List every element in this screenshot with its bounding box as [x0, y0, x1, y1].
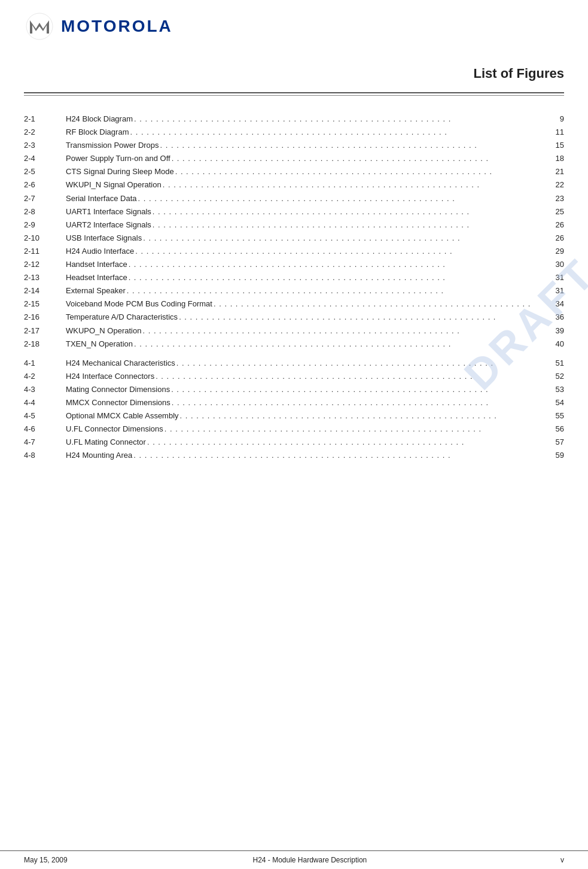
fig-title: H24 Audio Interface . . . . . . . . . . …	[66, 245, 564, 258]
toc-section: 2-1H24 Block Diagram . . . . . . . . . .…	[0, 96, 588, 462]
toc-dots: . . . . . . . . . . . . . . . . . . . . …	[134, 245, 551, 258]
fig-title: CTS Signal During Sleep Mode . . . . . .…	[66, 165, 564, 178]
toc-page: 29	[551, 245, 564, 258]
fig-num: 2-16	[24, 311, 66, 324]
fig-num: 2-5	[24, 165, 66, 178]
fig-title: RF Block Diagram . . . . . . . . . . . .…	[66, 126, 564, 139]
toc-page: 51	[551, 357, 564, 370]
fig-num: 2-14	[24, 284, 66, 297]
fig-num: 2-4	[24, 152, 66, 165]
motorola-m-icon	[24, 11, 55, 42]
fig-num: 4-6	[24, 423, 66, 436]
toc-page: 25	[551, 205, 564, 218]
fig-num: 2-3	[24, 139, 66, 152]
toc-label: Headset Interface	[66, 271, 127, 284]
fig-num: 4-5	[24, 409, 66, 423]
toc-dots: . . . . . . . . . . . . . . . . . . . . …	[151, 205, 551, 218]
motorola-wordmark: MOTOROLA	[61, 17, 173, 36]
toc-page: 26	[551, 232, 564, 245]
toc-dots: . . . . . . . . . . . . . . . . . . . . …	[127, 271, 551, 284]
fig-num: 4-8	[24, 449, 66, 462]
toc-label: Serial Interface Data	[66, 192, 137, 205]
toc-label: Power Supply Turn-on and Off	[66, 152, 170, 165]
fig-num: 2-18	[24, 338, 66, 351]
toc-page: 57	[551, 436, 564, 449]
toc-page: 15	[551, 139, 564, 152]
toc-label: UART2 Interface Signals	[66, 218, 151, 232]
fig-title: WKUPO_N Operation . . . . . . . . . . . …	[66, 324, 564, 338]
toc-label: RF Block Diagram	[66, 126, 129, 139]
toc-label: H24 Mechanical Characteristics	[66, 357, 175, 370]
toc-dots: . . . . . . . . . . . . . . . . . . . . …	[159, 139, 551, 152]
toc-page: 21	[551, 165, 564, 178]
toc-dots: . . . . . . . . . . . . . . . . . . . . …	[141, 324, 551, 338]
fig-title: WKUPI_N Signal Operation . . . . . . . .…	[66, 178, 564, 192]
toc-page: 53	[551, 383, 564, 396]
fig-title: Mating Connector Dimensions . . . . . . …	[66, 383, 564, 396]
fig-num: 4-4	[24, 396, 66, 409]
fig-title: Headset Interface . . . . . . . . . . . …	[66, 271, 564, 284]
toc-page: 59	[551, 449, 564, 462]
toc-page: 30	[551, 258, 564, 271]
fig-num: 2-7	[24, 192, 66, 205]
page-title: List of Figures	[473, 66, 564, 81]
toc-page: 39	[551, 324, 564, 338]
toc-dots: . . . . . . . . . . . . . . . . . . . . …	[170, 396, 551, 409]
toc-page: 22	[551, 178, 564, 192]
toc-page: 18	[551, 152, 564, 165]
fig-title: H24 Block Diagram . . . . . . . . . . . …	[66, 113, 564, 126]
fig-num: 2-17	[24, 324, 66, 338]
toc-dots: . . . . . . . . . . . . . . . . . . . . …	[175, 357, 551, 370]
toc-label: Handset Interface	[66, 258, 127, 271]
toc-label: U.FL Connector Dimensions	[66, 423, 163, 436]
toc-dots: . . . . . . . . . . . . . . . . . . . . …	[178, 311, 551, 324]
toc-page: 31	[551, 271, 564, 284]
toc-page: 40	[551, 338, 564, 351]
toc-dots: . . . . . . . . . . . . . . . . . . . . …	[163, 423, 551, 436]
toc-label: H24 Audio Interface	[66, 245, 134, 258]
fig-title: H24 Mounting Area . . . . . . . . . . . …	[66, 449, 564, 462]
toc-dots: . . . . . . . . . . . . . . . . . . . . …	[142, 232, 551, 245]
toc-label: Mating Connector Dimensions	[66, 383, 170, 396]
fig-num: 4-1	[24, 351, 66, 370]
toc-dots: . . . . . . . . . . . . . . . . . . . . …	[151, 218, 551, 232]
footer-title: H24 - Module Hardware Description	[68, 856, 552, 864]
fig-num: 2-13	[24, 271, 66, 284]
toc-dots: . . . . . . . . . . . . . . . . . . . . …	[170, 383, 551, 396]
fig-title: U.FL Mating Connector . . . . . . . . . …	[66, 436, 564, 449]
toc-label: H24 Block Diagram	[66, 113, 133, 126]
toc-label: UART1 Interface Signals	[66, 205, 151, 218]
fig-title: Handset Interface . . . . . . . . . . . …	[66, 258, 564, 271]
toc-page: 9	[551, 113, 564, 126]
fig-title: TXEN_N Operation . . . . . . . . . . . .…	[66, 338, 564, 351]
fig-title: Temperature A/D Characteristics . . . . …	[66, 311, 564, 324]
fig-num: 2-12	[24, 258, 66, 271]
toc-page: 56	[551, 423, 564, 436]
figures-table: 2-1H24 Block Diagram . . . . . . . . . .…	[24, 113, 564, 462]
page-title-area: List of Figures	[0, 55, 588, 87]
fig-title: H24 Mechanical Characteristics . . . . .…	[66, 351, 564, 370]
toc-label: USB Interface Signals	[66, 232, 142, 245]
footer-page: v	[552, 856, 564, 864]
toc-dots: . . . . . . . . . . . . . . . . . . . . …	[174, 165, 551, 178]
fig-num: 2-9	[24, 218, 66, 232]
fig-num: 2-15	[24, 297, 66, 311]
toc-page: 52	[551, 370, 564, 383]
fig-title: U.FL Connector Dimensions . . . . . . . …	[66, 423, 564, 436]
page-header: MOTOROLA	[0, 0, 588, 49]
toc-label: Voiceband Mode PCM Bus Coding Format	[66, 297, 212, 311]
toc-label: Temperature A/D Characteristics	[66, 311, 178, 324]
toc-dots: . . . . . . . . . . . . . . . . . . . . …	[212, 297, 551, 311]
toc-dots: . . . . . . . . . . . . . . . . . . . . …	[133, 338, 551, 351]
toc-dots: . . . . . . . . . . . . . . . . . . . . …	[154, 370, 551, 383]
toc-page: 11	[551, 126, 564, 139]
fig-title: Voiceband Mode PCM Bus Coding Format . .…	[66, 297, 564, 311]
fig-title: UART2 Interface Signals . . . . . . . . …	[66, 218, 564, 232]
toc-page: 23	[551, 192, 564, 205]
footer-date: May 15, 2009	[24, 856, 68, 864]
toc-dots: . . . . . . . . . . . . . . . . . . . . …	[133, 113, 551, 126]
logo-area: MOTOROLA	[24, 11, 173, 42]
toc-dots: . . . . . . . . . . . . . . . . . . . . …	[132, 449, 551, 462]
fig-num: 2-6	[24, 178, 66, 192]
toc-page: 31	[551, 284, 564, 297]
